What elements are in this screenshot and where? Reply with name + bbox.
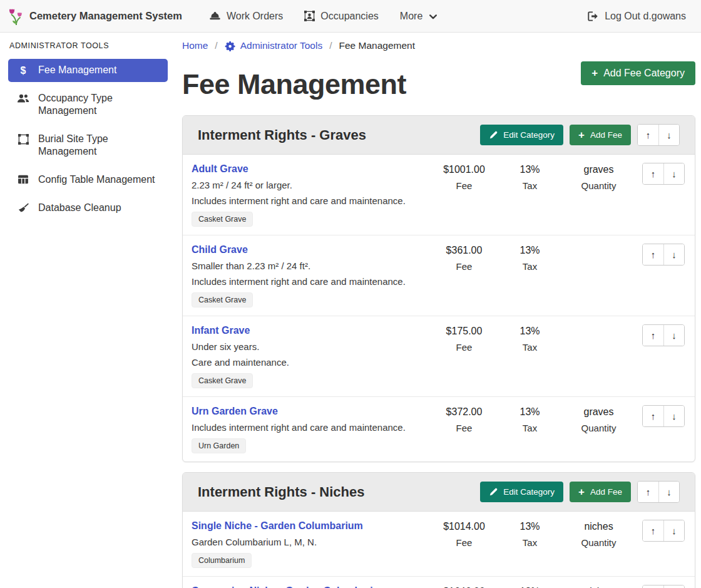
sidebar-item-fee-management[interactable]: $ Fee Management (8, 59, 168, 82)
sidebar-item-occupancy-type-management[interactable]: Occupancy Type Management (8, 87, 168, 123)
gear-icon (225, 41, 235, 51)
fee-quantity-label: Quantity (563, 423, 635, 433)
fee-quantity-label: Quantity (563, 537, 635, 548)
sidebar: ADMINISTRATOR TOOLS $ Fee Management Occ… (0, 33, 175, 588)
move-fee-down-button[interactable]: ↓ (663, 406, 684, 426)
breadcrumb-home-link[interactable]: Home (182, 40, 208, 51)
nav-logout[interactable]: Log Out d.gowans (576, 6, 686, 27)
chevron-down-icon (429, 14, 437, 19)
fee-row: Single Niche - Garden Columbarium Garden… (183, 512, 695, 577)
broom-icon (16, 203, 30, 213)
tulip-logo-icon (9, 7, 23, 26)
fee-name-link[interactable]: Infant Grave (192, 325, 250, 336)
fee-amount: $361.00 (431, 245, 497, 256)
sidebar-item-label: Config Table Management (38, 173, 155, 186)
edit-category-button[interactable]: Edit Category (480, 482, 563, 502)
fee-type-badge: Casket Grave (192, 373, 253, 388)
fee-tax-column: 13% Tax (497, 163, 563, 191)
fee-quantity-column (563, 324, 635, 329)
move-category-down-button[interactable]: ↓ (658, 125, 679, 145)
fee-amount-label: Fee (431, 423, 497, 433)
fee-quantity: graves (563, 164, 635, 175)
fee-description: Garden Columbarium L, M, N. (192, 537, 426, 547)
sidebar-item-burial-site-type-management[interactable]: Burial Site Type Management (8, 128, 168, 163)
fee-tax-column: 13% Tax (497, 405, 563, 433)
fee-tax-column: 13% Tax (497, 244, 563, 272)
fee-name-link[interactable]: Companion Niche - Garden Columbarium (192, 585, 388, 588)
fee-amount: $372.00 (431, 406, 497, 418)
move-fee-down-button[interactable]: ↓ (663, 163, 684, 184)
fee-amount-label: Fee (431, 537, 497, 548)
fee-quantity-column (563, 244, 635, 249)
fee-tax-label: Tax (497, 342, 563, 353)
fee-description: Includes interment right and care and ma… (192, 276, 426, 287)
move-category-up-button[interactable]: ↑ (638, 125, 658, 145)
category-header: Interment Rights - Graves Edit Category … (183, 116, 695, 155)
top-navbar: Cemetery Management System Work Orders O… (0, 0, 701, 33)
breadcrumb: Home / Administrator Tools / Fee Managem… (182, 40, 695, 51)
fee-quantity-column: graves Quantity (563, 163, 635, 191)
breadcrumb-current: Fee Management (339, 40, 416, 51)
move-fee-up-button[interactable]: ↑ (643, 244, 663, 265)
sidebar-item-label: Occupancy Type Management (38, 92, 160, 117)
move-fee-up-button[interactable]: ↑ (643, 520, 663, 541)
fee-tax-label: Tax (497, 537, 563, 548)
nav-more[interactable]: More (389, 6, 448, 27)
fee-name-link[interactable]: Urn Garden Grave (192, 406, 278, 417)
fee-amount: $1001.00 (431, 164, 497, 175)
move-fee-up-button[interactable]: ↑ (643, 406, 663, 426)
table-icon (16, 175, 30, 184)
fee-name-link[interactable]: Child Grave (192, 244, 248, 255)
fee-description: Smaller than 2.23 m² / 24 ft². (192, 260, 426, 271)
edit-category-button[interactable]: Edit Category (480, 125, 563, 145)
nav-work-orders[interactable]: Work Orders (198, 6, 294, 27)
move-fee-down-button[interactable]: ↓ (663, 520, 684, 541)
sidebar-item-config-table-management[interactable]: Config Table Management (8, 168, 168, 192)
fee-quantity-label: Quantity (563, 180, 635, 191)
sidebar-item-label: Database Cleanup (38, 202, 121, 214)
breadcrumb-admin-tools-link[interactable]: Administrator Tools (225, 40, 323, 51)
move-category-up-button[interactable]: ↑ (638, 482, 658, 502)
fee-quantity-column: niches Quantity (563, 585, 635, 588)
app-brand: Cemetery Management System (9, 7, 182, 26)
move-fee-up-button[interactable]: ↑ (643, 325, 663, 346)
category-title: Interment Rights - Niches (198, 484, 364, 500)
fee-row: Companion Niche - Garden Columbarium Gar… (183, 577, 695, 588)
sidebar-item-label: Burial Site Type Management (38, 133, 160, 158)
fee-amount-column: $1646.00 Fee (431, 585, 497, 588)
main-content: Home / Administrator Tools / Fee Managem… (175, 33, 701, 588)
fee-description: Care and maintenance. (192, 357, 426, 368)
category-header: Interment Rights - Niches Edit Category … (183, 473, 695, 512)
fee-name-link[interactable]: Single Niche - Garden Columbarium (192, 520, 363, 532)
fee-tax-column: 13% Tax (497, 585, 563, 588)
move-fee-down-button[interactable]: ↓ (663, 325, 684, 346)
move-fee-down-button[interactable]: ↓ (663, 244, 684, 265)
logout-icon (587, 11, 599, 21)
fee-tax-column: 13% Tax (497, 520, 563, 548)
move-category-down-button[interactable]: ↓ (658, 482, 679, 502)
plus-icon: + (591, 69, 598, 78)
sidebar-item-label: Fee Management (38, 64, 116, 76)
add-fee-category-button[interactable]: + Add Fee Category (581, 61, 695, 85)
nav-occupancies[interactable]: Occupancies (294, 6, 389, 27)
fee-amount-column: $361.00 Fee (431, 244, 497, 272)
plus-icon: + (578, 488, 585, 497)
fee-quantity: niches (563, 521, 635, 532)
fee-row: Urn Garden Grave Includes interment righ… (183, 397, 695, 462)
fee-amount-column: $175.00 Fee (431, 324, 497, 353)
move-fee-up-button[interactable]: ↑ (643, 163, 663, 184)
fee-category-card: Interment Rights - Niches Edit Category … (182, 472, 695, 588)
breadcrumb-separator: / (329, 40, 332, 51)
move-fee-down-button[interactable]: ↓ (663, 585, 684, 588)
fee-amount-label: Fee (431, 342, 497, 353)
fee-quantity-column: niches Quantity (563, 520, 635, 548)
add-fee-button[interactable]: + Add Fee (570, 482, 631, 502)
fee-description: Under six years. (192, 341, 426, 352)
sidebar-item-database-cleanup[interactable]: Database Cleanup (8, 197, 168, 220)
page-title: Fee Management (182, 69, 406, 100)
add-fee-button[interactable]: + Add Fee (570, 125, 631, 145)
fee-tax-column: 13% Tax (497, 324, 563, 353)
move-fee-up-button[interactable]: ↑ (643, 585, 663, 588)
fee-name-link[interactable]: Adult Grave (192, 163, 248, 175)
fee-tax: 13% (497, 521, 563, 532)
